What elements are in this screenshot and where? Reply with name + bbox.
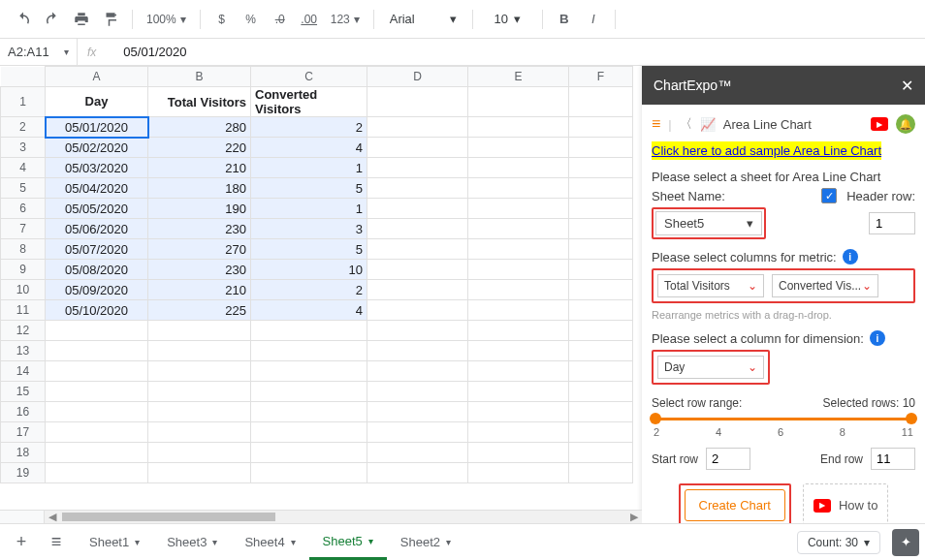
cell[interactable]	[569, 117, 633, 138]
redo-button[interactable]	[39, 6, 66, 33]
start-row-input[interactable]	[706, 448, 750, 470]
cell[interactable]: 5	[251, 239, 367, 260]
cell[interactable]	[148, 361, 251, 382]
cell[interactable]	[468, 341, 569, 361]
cell[interactable]	[251, 463, 367, 483]
cell[interactable]	[367, 463, 468, 483]
cell[interactable]: 2	[251, 117, 367, 138]
cell[interactable]: 05/06/2020	[46, 219, 148, 239]
cell[interactable]: 10	[251, 260, 367, 280]
cell[interactable]	[148, 463, 251, 483]
row-header[interactable]: 3	[1, 138, 46, 158]
add-sample-link[interactable]: Click here to add sample Area Line Chart	[652, 141, 881, 160]
cell[interactable]: 230	[148, 260, 251, 280]
cell[interactable]: 4	[251, 138, 367, 158]
cell[interactable]	[367, 382, 468, 402]
cell[interactable]	[367, 117, 468, 138]
cell[interactable]	[569, 199, 633, 219]
cell[interactable]	[46, 321, 148, 341]
cell[interactable]: 05/07/2020	[46, 239, 148, 260]
cell[interactable]	[251, 341, 367, 361]
back-icon[interactable]: 〈	[680, 115, 692, 133]
cell[interactable]: 210	[148, 280, 251, 300]
explore-button[interactable]: ✦	[892, 529, 919, 556]
col-header-C[interactable]: C	[251, 67, 367, 87]
cell[interactable]: 230	[148, 219, 251, 239]
cell[interactable]	[148, 402, 251, 422]
cell[interactable]	[46, 443, 148, 463]
cell[interactable]	[367, 219, 468, 239]
cell[interactable]	[569, 178, 633, 199]
row-header[interactable]: 10	[1, 280, 46, 300]
cell[interactable]	[468, 321, 569, 341]
format-currency-button[interactable]: $	[208, 6, 236, 33]
metric-1-select[interactable]: Total Visitors⌄	[657, 274, 764, 297]
cell[interactable]	[569, 138, 633, 158]
cell[interactable]: 5	[251, 178, 367, 199]
cell[interactable]	[148, 422, 251, 443]
cell[interactable]	[251, 361, 367, 382]
row-header[interactable]: 5	[1, 178, 46, 199]
row-header[interactable]: 1	[1, 87, 46, 117]
cell[interactable]: 180	[148, 178, 251, 199]
row-header[interactable]: 8	[1, 239, 46, 260]
cell[interactable]	[251, 321, 367, 341]
cell[interactable]	[367, 178, 468, 199]
cell[interactable]	[367, 199, 468, 219]
font-size-select[interactable]: 10▾	[481, 12, 534, 26]
print-button[interactable]	[68, 6, 95, 33]
cell[interactable]	[468, 382, 569, 402]
cell[interactable]	[468, 402, 569, 422]
cell[interactable]	[569, 239, 633, 260]
cell[interactable]: 280	[148, 117, 251, 138]
cell[interactable]	[367, 321, 468, 341]
cell[interactable]: 1	[251, 199, 367, 219]
zoom-select[interactable]: 100%▾	[141, 13, 192, 26]
name-box[interactable]: A2:A11▾	[0, 39, 78, 65]
cell[interactable]: 270	[148, 239, 251, 260]
cell[interactable]: 05/08/2020	[46, 260, 148, 280]
row-range-slider[interactable]: 2 4 6 8 11	[652, 418, 915, 438]
cell[interactable]: 225	[148, 300, 251, 321]
undo-button[interactable]	[10, 6, 37, 33]
row-header[interactable]: 4	[1, 158, 46, 178]
cell[interactable]	[251, 382, 367, 402]
row-header[interactable]: 19	[1, 463, 46, 483]
cell[interactable]: 220	[148, 138, 251, 158]
row-header[interactable]: 16	[1, 402, 46, 422]
cell[interactable]: 3	[251, 219, 367, 239]
cell[interactable]: Converted Visitors	[251, 87, 367, 117]
end-row-input[interactable]	[871, 448, 915, 470]
cell[interactable]	[367, 138, 468, 158]
cell[interactable]	[367, 87, 468, 117]
cell[interactable]: 210	[148, 158, 251, 178]
cell[interactable]	[569, 321, 633, 341]
cell[interactable]	[569, 422, 633, 443]
cell[interactable]	[468, 260, 569, 280]
tab-sheet1[interactable]: Sheet1▾	[76, 524, 153, 560]
cell[interactable]	[569, 443, 633, 463]
paint-format-button[interactable]	[97, 6, 124, 33]
notification-icon[interactable]: 🔔	[896, 114, 915, 134]
info-icon[interactable]: i	[843, 249, 858, 264]
increase-decimal-button[interactable]: .00	[296, 6, 323, 33]
row-header[interactable]: 7	[1, 219, 46, 239]
col-header-D[interactable]: D	[367, 67, 468, 87]
font-family-select[interactable]: Arial▾	[382, 12, 464, 26]
cell[interactable]	[569, 300, 633, 321]
cell[interactable]	[468, 280, 569, 300]
cell[interactable]	[46, 402, 148, 422]
cell[interactable]	[569, 341, 633, 361]
cell[interactable]: 05/04/2020	[46, 178, 148, 199]
cell[interactable]	[468, 219, 569, 239]
cell[interactable]	[468, 463, 569, 483]
number-format-select[interactable]: 123▾	[325, 13, 366, 26]
header-row-input[interactable]	[869, 212, 915, 234]
cell[interactable]	[569, 382, 633, 402]
cell[interactable]	[468, 300, 569, 321]
tab-sheet2[interactable]: Sheet2▾	[387, 524, 464, 560]
add-sheet-button[interactable]: +	[6, 529, 37, 556]
bold-button[interactable]: B	[551, 6, 578, 33]
cell[interactable]	[367, 300, 468, 321]
cell[interactable]	[367, 361, 468, 382]
